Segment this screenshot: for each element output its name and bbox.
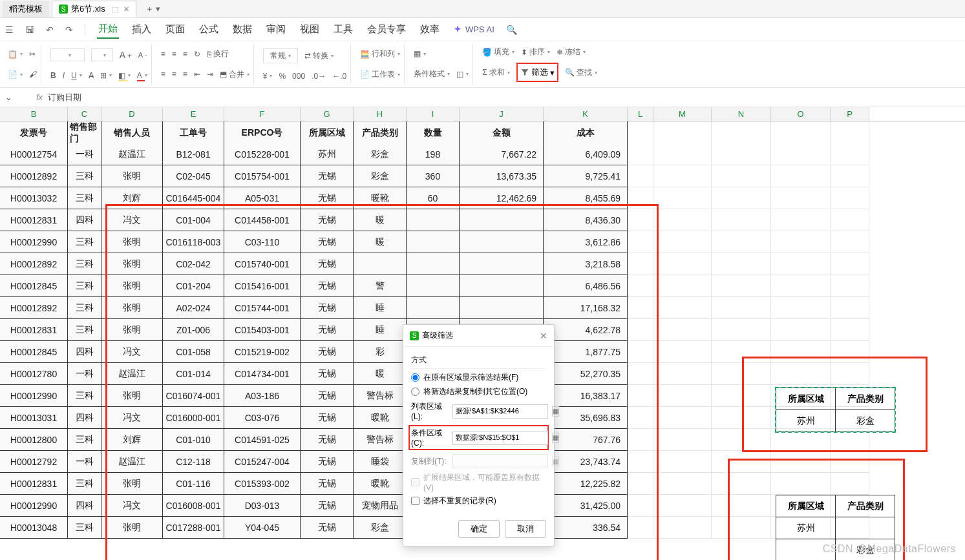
cell[interactable]: 无锡: [301, 341, 354, 363]
cell[interactable]: 三科: [68, 165, 101, 187]
col-header[interactable]: E: [163, 107, 224, 121]
cell[interactable]: 无锡: [301, 275, 354, 297]
cell[interactable]: C01-010: [163, 429, 224, 451]
cell[interactable]: 3,218.58: [544, 253, 628, 275]
menu-icon[interactable]: ☰: [5, 25, 14, 35]
name-box[interactable]: ⌄: [5, 92, 31, 102]
inc-decimal[interactable]: .0→: [312, 72, 326, 81]
cell[interactable]: C015754-001: [224, 165, 301, 187]
merge-button[interactable]: ⬒ 合并▾: [220, 69, 249, 80]
cell[interactable]: 无锡: [301, 429, 354, 451]
cell[interactable]: 1,877.75: [544, 341, 628, 363]
cell[interactable]: 12,225.82: [544, 473, 628, 495]
table-header-cell[interactable]: 销售部门: [68, 121, 101, 145]
cell[interactable]: 360: [407, 165, 460, 187]
cell[interactable]: H00012831: [0, 473, 68, 495]
col-header[interactable]: K: [544, 107, 628, 121]
cell[interactable]: 刘辉: [101, 429, 163, 451]
cell[interactable]: 冯文: [101, 495, 163, 517]
col-header[interactable]: P: [831, 107, 869, 121]
rowcol-button[interactable]: 🧮 行和列▾: [360, 48, 400, 59]
criteria-range-input[interactable]: [452, 431, 548, 445]
cell[interactable]: 睡: [354, 319, 407, 341]
cell[interactable]: [460, 297, 544, 319]
cell[interactable]: [407, 253, 460, 275]
save-icon[interactable]: 🖫: [25, 25, 34, 35]
sort-button[interactable]: ⬍ 排序▾: [521, 47, 550, 57]
cell[interactable]: [407, 275, 460, 297]
cell[interactable]: 张明: [101, 275, 163, 297]
cell[interactable]: 7,667.22: [460, 143, 544, 165]
cell[interactable]: 睡袋: [354, 451, 407, 473]
cell[interactable]: 4,622.78: [544, 319, 628, 341]
cell[interactable]: 31,425.00: [544, 495, 628, 517]
cell[interactable]: 无锡: [301, 209, 354, 231]
col-header[interactable]: G: [301, 107, 354, 121]
cell[interactable]: Z01-006: [163, 319, 224, 341]
cell[interactable]: 冯文: [101, 209, 163, 231]
font-color-button[interactable]: A▾: [137, 71, 147, 80]
cell[interactable]: C015228-001: [224, 143, 301, 165]
cell[interactable]: H00012990: [0, 231, 68, 253]
col-header[interactable]: J: [460, 107, 544, 121]
cell[interactable]: 无锡: [301, 253, 354, 275]
orientation[interactable]: ↻: [194, 50, 200, 59]
col-header[interactable]: M: [653, 107, 712, 121]
table-header-cell[interactable]: 数量: [407, 121, 460, 145]
fill-button[interactable]: 🪣 填充▾: [482, 47, 514, 57]
cell[interactable]: 52,270.35: [544, 363, 628, 385]
cell[interactable]: 赵温江: [101, 451, 163, 473]
decrease-font[interactable]: A-: [138, 51, 147, 59]
fill-color-button[interactable]: ◧▾: [118, 71, 131, 80]
cell[interactable]: 无锡: [301, 407, 354, 429]
paste-button[interactable]: 📋▾: [8, 50, 23, 59]
menu-start[interactable]: 开始: [97, 20, 119, 39]
cell[interactable]: C12-118: [163, 451, 224, 473]
cell[interactable]: 张明: [101, 165, 163, 187]
cell[interactable]: 三科: [68, 297, 101, 319]
menu-data[interactable]: 数据: [231, 21, 253, 38]
cell[interactable]: 彩盒: [354, 517, 407, 539]
cell[interactable]: 三科: [68, 473, 101, 495]
comma-button[interactable]: 000: [292, 72, 305, 81]
col-header[interactable]: N: [712, 107, 771, 121]
table-header-cell[interactable]: ERPCO号: [224, 121, 301, 145]
cell[interactable]: 无锡: [301, 297, 354, 319]
cell[interactable]: H00012800: [0, 429, 68, 451]
cell[interactable]: 336.54: [544, 517, 628, 539]
undo-icon[interactable]: ↶: [46, 25, 54, 35]
cell[interactable]: H00012754: [0, 143, 68, 165]
cell[interactable]: 暖靴: [354, 187, 407, 209]
cell[interactable]: 198: [407, 143, 460, 165]
cell[interactable]: 四科: [68, 341, 101, 363]
cell[interactable]: C015247-004: [224, 451, 301, 473]
cell[interactable]: 6,486.56: [544, 275, 628, 297]
list-range-input[interactable]: [452, 404, 548, 419]
cell[interactable]: C01-204: [163, 275, 224, 297]
cell[interactable]: C015744-001: [224, 297, 301, 319]
cell[interactable]: 冯文: [101, 341, 163, 363]
align-top[interactable]: ≡: [161, 50, 165, 59]
cell[interactable]: H00013031: [0, 407, 68, 429]
cell[interactable]: 一科: [68, 143, 101, 165]
cell[interactable]: H00012990: [0, 385, 68, 407]
cell[interactable]: H00012845: [0, 341, 68, 363]
bold-button[interactable]: B: [50, 71, 56, 80]
checkbox-unique[interactable]: [411, 497, 419, 505]
close-tab-icon[interactable]: ✕: [123, 5, 129, 14]
cell[interactable]: 警告标: [354, 385, 407, 407]
cell[interactable]: C014591-025: [224, 429, 301, 451]
sum-button[interactable]: Σ 求和▾: [482, 67, 509, 78]
new-tab-button[interactable]: ＋ ▾: [139, 3, 167, 15]
doc-tab-template[interactable]: 稻壳模板: [3, 1, 49, 17]
table-header-cell[interactable]: 所属区域: [301, 121, 354, 145]
cell[interactable]: C01-014: [163, 363, 224, 385]
pin-icon[interactable]: ⬚: [112, 5, 118, 14]
cell[interactable]: 9,725.41: [544, 165, 628, 187]
cell[interactable]: C014734-001: [224, 363, 301, 385]
align-bottom[interactable]: ≡: [183, 50, 187, 59]
copy-button[interactable]: 📄▾: [8, 70, 23, 79]
find-button[interactable]: 🔍 查找▾: [565, 67, 597, 78]
cell[interactable]: 暖: [354, 209, 407, 231]
cell[interactable]: [460, 209, 544, 231]
